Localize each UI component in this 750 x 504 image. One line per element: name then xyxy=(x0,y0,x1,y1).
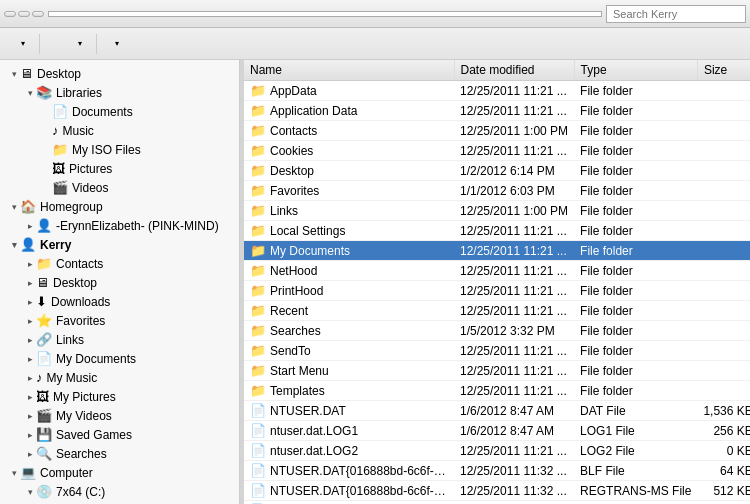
file-type-cell: File folder xyxy=(574,381,697,401)
table-row[interactable]: 📁Desktop1/2/2012 6:14 PMFile folder xyxy=(244,161,750,181)
table-row[interactable]: 📁NetHood12/25/2011 11:21 ...File folder xyxy=(244,261,750,281)
sidebar-item-7x64[interactable]: ▾💿7x64 (C:) xyxy=(0,482,239,501)
folder-icon: 📁 xyxy=(250,83,266,98)
table-row[interactable]: 📁Start Menu12/25/2011 11:21 ...File fold… xyxy=(244,361,750,381)
file-name-label: NTUSER.DAT{016888bd-6c6f-11de-8d1d-... xyxy=(270,484,454,498)
sidebar-item-desktop-top[interactable]: ▾🖥Desktop xyxy=(0,64,239,83)
sidebar-item-pictures[interactable]: 🖼Pictures xyxy=(0,159,239,178)
file-name-cell: 📁NetHood xyxy=(244,261,454,281)
file-date-cell: 12/25/2011 11:21 ... xyxy=(454,281,574,301)
file-size-cell: 512 KB xyxy=(697,501,750,505)
sidebar-item-music[interactable]: ♪Music xyxy=(0,121,239,140)
doc-icon: 📄 xyxy=(52,104,68,119)
file-type-cell: REGTRANS-MS File xyxy=(574,481,697,501)
expander-kerry-links: ▸ xyxy=(24,335,36,345)
table-row[interactable]: 📁Cookies12/25/2011 11:21 ...File folder xyxy=(244,141,750,161)
sidebar-item-kerry-myvideos[interactable]: ▸🎬My Videos xyxy=(0,406,239,425)
file-type-cell: File folder xyxy=(574,201,697,221)
file-name-label: Local Settings xyxy=(270,224,345,238)
sidebar-item-homegroup[interactable]: ▾🏠Homegroup xyxy=(0,197,239,216)
table-row[interactable]: 📁AppData12/25/2011 11:21 ...File folder xyxy=(244,81,750,101)
folder-icon: 📁 xyxy=(250,223,266,238)
sidebar-label-kerry: Kerry xyxy=(40,238,71,252)
sidebar-item-kerry-mydocs[interactable]: ▸📄My Documents xyxy=(0,349,239,368)
expander-kerry-mypics: ▸ xyxy=(24,392,36,402)
back-button[interactable] xyxy=(4,11,16,17)
organize-button[interactable]: ▾ xyxy=(8,35,34,52)
column-header-name[interactable]: Name xyxy=(244,60,454,81)
folder-icon: 📁 xyxy=(250,383,266,398)
forward-button[interactable] xyxy=(18,11,30,17)
table-row[interactable]: 📁Contacts12/25/2011 1:00 PMFile folder xyxy=(244,121,750,141)
file-name-label: NTUSER.DAT{016888bd-6c6f-11de-8d1d-... xyxy=(270,464,454,478)
column-header-date[interactable]: Date modified xyxy=(454,60,574,81)
sidebar-item-kerry-favorites[interactable]: ▸⭐Favorites xyxy=(0,311,239,330)
folder-icon: 📁 xyxy=(250,143,266,158)
share-with-button[interactable]: ▾ xyxy=(102,35,128,52)
search-input[interactable] xyxy=(606,5,746,23)
table-row[interactable]: 📁Recent12/25/2011 11:21 ...File folder xyxy=(244,301,750,321)
sidebar-item-kerry-searches[interactable]: ▸🔍Searches xyxy=(0,444,239,463)
file-name-cell: 📁Links xyxy=(244,201,454,221)
sidebar-item-kerry-mypics[interactable]: ▸🖼My Pictures xyxy=(0,387,239,406)
sidebar-item-computer[interactable]: ▾💻Computer xyxy=(0,463,239,482)
file-name-cell: 📁Recent xyxy=(244,301,454,321)
file-date-cell: 12/25/2011 11:21 ... xyxy=(454,141,574,161)
table-row[interactable]: 📁Application Data12/25/2011 11:21 ...Fil… xyxy=(244,101,750,121)
sidebar-item-my-iso[interactable]: 📁My ISO Files xyxy=(0,140,239,159)
column-header-size[interactable]: Size xyxy=(697,60,750,81)
sidebar-label-desktop-top: Desktop xyxy=(37,67,81,81)
burn-button[interactable] xyxy=(130,40,148,48)
sidebar-item-kerry-links[interactable]: ▸🔗Links xyxy=(0,330,239,349)
table-row[interactable]: 📁Favorites1/1/2012 6:03 PMFile folder xyxy=(244,181,750,201)
table-row[interactable]: 📁My Documents12/25/2011 11:21 ...File fo… xyxy=(244,241,750,261)
table-row[interactable]: 📁Links12/25/2011 1:00 PMFile folder xyxy=(244,201,750,221)
file-icon: 📄 xyxy=(250,463,266,478)
sidebar-item-kerry-downloads[interactable]: ▸⬇Downloads xyxy=(0,292,239,311)
new-folder-button[interactable] xyxy=(150,40,168,48)
expander-kerry-myvideos: ▸ xyxy=(24,411,36,421)
file-date-cell: 12/25/2011 1:00 PM xyxy=(454,201,574,221)
main-area: ▾🖥Desktop▾📚Libraries📄Documents♪Music📁My … xyxy=(0,60,750,504)
table-row[interactable]: 📁Templates12/25/2011 11:21 ...File folde… xyxy=(244,381,750,401)
file-size-cell xyxy=(697,341,750,361)
toolbar: ▾ ▾ ▾ xyxy=(0,28,750,60)
column-header-type[interactable]: Type xyxy=(574,60,697,81)
table-row[interactable]: 📄NTUSER.DAT{016888bd-6c6f-11de-8d1d-...1… xyxy=(244,501,750,505)
table-row[interactable]: 📁PrintHood12/25/2011 11:21 ...File folde… xyxy=(244,281,750,301)
file-date-cell: 12/25/2011 11:21 ... xyxy=(454,441,574,461)
sidebar-item-kerry-desktop[interactable]: ▸🖥Desktop xyxy=(0,273,239,292)
expander-kerry-desktop: ▸ xyxy=(24,278,36,288)
table-row[interactable]: 📄NTUSER.DAT1/6/2012 8:47 AMDAT File1,536… xyxy=(244,401,750,421)
expander-desktop-top: ▾ xyxy=(8,69,20,79)
sidebar-item-kerry-saved[interactable]: ▸💾Saved Games xyxy=(0,425,239,444)
nav-buttons xyxy=(4,11,44,17)
table-row[interactable]: 📁Local Settings12/25/2011 11:21 ...File … xyxy=(244,221,750,241)
open-button[interactable] xyxy=(45,40,63,48)
table-row[interactable]: 📄ntuser.dat.LOG212/25/2011 11:21 ...LOG2… xyxy=(244,441,750,461)
file-type-cell: File folder xyxy=(574,301,697,321)
sidebar-item-documents[interactable]: 📄Documents xyxy=(0,102,239,121)
file-date-cell: 12/25/2011 11:21 ... xyxy=(454,261,574,281)
file-type-cell: DAT File xyxy=(574,401,697,421)
folder-icon: 📁 xyxy=(250,343,266,358)
sidebar-item-libraries[interactable]: ▾📚Libraries xyxy=(0,83,239,102)
folder-icon: 📁 xyxy=(250,263,266,278)
table-row[interactable]: 📄NTUSER.DAT{016888bd-6c6f-11de-8d1d-...1… xyxy=(244,481,750,501)
sidebar-item-kerry[interactable]: ▾👤Kerry xyxy=(0,235,239,254)
file-name-cell: 📄ntuser.dat.LOG2 xyxy=(244,441,454,461)
up-button[interactable] xyxy=(32,11,44,17)
sidebar-item-kerry-contacts[interactable]: ▸📁Contacts xyxy=(0,254,239,273)
table-row[interactable]: 📄ntuser.dat.LOG11/6/2012 8:47 AMLOG1 Fil… xyxy=(244,421,750,441)
file-date-cell: 12/25/2011 11:21 ... xyxy=(454,101,574,121)
sidebar-item-kerry-mymusic[interactable]: ▸♪My Music xyxy=(0,368,239,387)
address-bar[interactable] xyxy=(48,11,602,17)
table-row[interactable]: 📄NTUSER.DAT{016888bd-6c6f-11de-8d1d-...1… xyxy=(244,461,750,481)
file-type-cell: REGTRANS-MS File xyxy=(574,501,697,505)
sidebar-item-videos[interactable]: 🎬Videos xyxy=(0,178,239,197)
table-row[interactable]: 📁Searches1/5/2012 3:32 PMFile folder xyxy=(244,321,750,341)
sidebar-item-erynn[interactable]: ▸👤-ErynnElizabeth- (PINK-MIND) xyxy=(0,216,239,235)
table-row[interactable]: 📁SendTo12/25/2011 11:21 ...File folder xyxy=(244,341,750,361)
include-in-library-button[interactable]: ▾ xyxy=(65,35,91,52)
sidebar-label-kerry-links: Links xyxy=(56,333,84,347)
